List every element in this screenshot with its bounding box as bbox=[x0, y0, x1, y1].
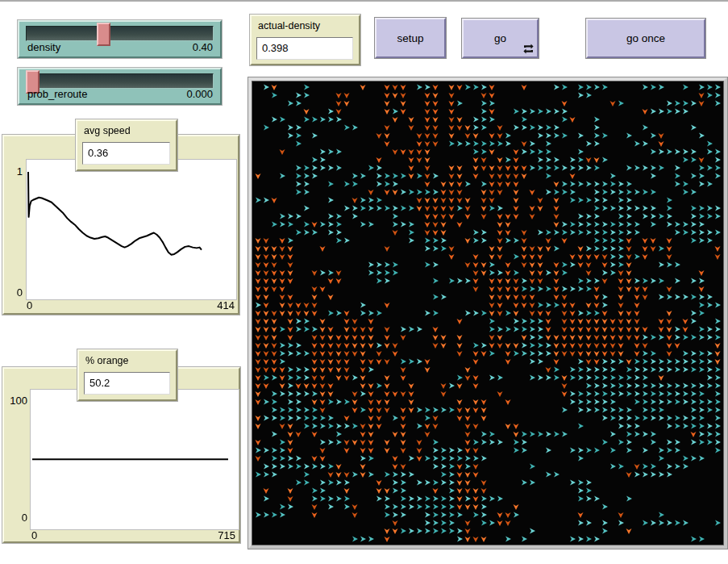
go-once-button[interactable]: go once bbox=[586, 19, 705, 58]
prob-reroute-slider-value: 0.000 bbox=[186, 88, 213, 100]
world-view-canvas bbox=[254, 83, 722, 543]
density-slider-label: density bbox=[27, 41, 60, 53]
percent-orange-monitor: % orange 50.2 bbox=[77, 349, 177, 401]
percent-orange-plot-area bbox=[30, 389, 239, 530]
prob-reroute-slider-track[interactable] bbox=[26, 73, 214, 89]
percent-orange-ytick-min: 0 bbox=[5, 512, 27, 524]
prob-reroute-slider[interactable]: prob_reroute 0.000 bbox=[18, 68, 222, 105]
avg-speed-monitor: avg speed 0.36 bbox=[76, 119, 177, 171]
app-window: density 0.40 prob_reroute 0.000 actual-d… bbox=[0, 0, 728, 564]
percent-orange-xtick-max: 715 bbox=[189, 529, 235, 541]
forever-icon bbox=[523, 44, 534, 54]
avg-speed-ytick-min: 0 bbox=[6, 286, 23, 299]
setup-button-label: setup bbox=[397, 32, 423, 44]
avg-speed-xtick-min: 0 bbox=[27, 299, 32, 311]
percent-orange-monitor-label: % orange bbox=[85, 355, 169, 366]
avg-speed-xtick-max: 414 bbox=[189, 299, 235, 311]
window-top-divider bbox=[0, 0, 728, 2]
actual-density-monitor: actual-density 0.398 bbox=[250, 15, 360, 65]
avg-speed-plot-area bbox=[26, 159, 237, 300]
density-slider[interactable]: density 0.40 bbox=[18, 20, 222, 58]
actual-density-monitor-label: actual-density bbox=[258, 20, 352, 31]
avg-speed-ytick-max: 1 bbox=[6, 165, 23, 178]
go-button-label: go bbox=[494, 32, 506, 44]
go-once-button-label: go once bbox=[626, 32, 665, 44]
percent-orange-monitor-value: 50.2 bbox=[84, 372, 170, 395]
percent-orange-ytick-max: 100 bbox=[5, 395, 27, 407]
world-view bbox=[248, 77, 727, 549]
avg-speed-monitor-value: 0.36 bbox=[82, 142, 170, 165]
prob-reroute-slider-label: prob_reroute bbox=[27, 88, 87, 100]
setup-button[interactable]: setup bbox=[375, 18, 446, 58]
go-button[interactable]: go bbox=[462, 19, 539, 58]
percent-orange-xtick-min: 0 bbox=[31, 529, 37, 541]
density-slider-track[interactable] bbox=[26, 26, 214, 41]
avg-speed-plot-canvas bbox=[27, 160, 236, 299]
density-slider-value: 0.40 bbox=[193, 41, 213, 53]
avg-speed-monitor-label: avg speed bbox=[84, 125, 169, 136]
percent-orange-plot-canvas bbox=[31, 390, 239, 529]
actual-density-monitor-value: 0.398 bbox=[256, 37, 353, 60]
